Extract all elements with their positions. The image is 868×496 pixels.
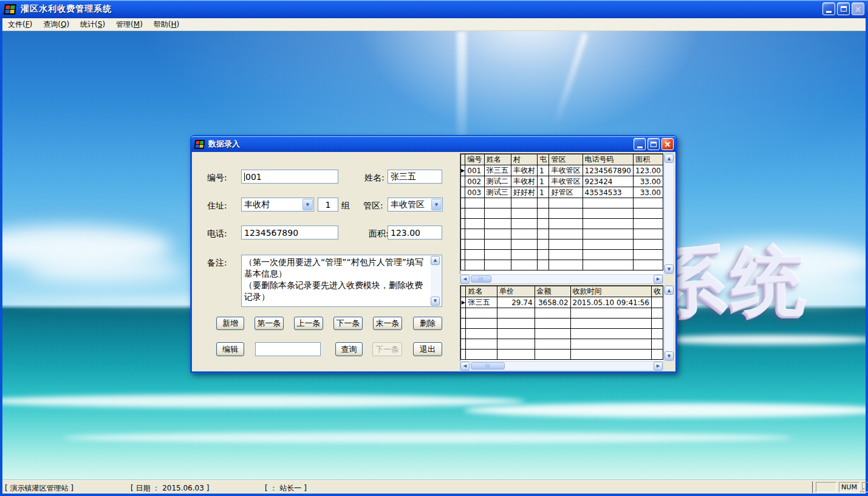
grid-row[interactable]: 003测试三好好村1好管区4353453333.00 <box>461 187 663 198</box>
query-next-button[interactable]: 下一条 <box>372 342 402 356</box>
grid-cell[interactable] <box>465 198 485 208</box>
grid-row[interactable] <box>461 219 663 229</box>
grid-cell[interactable] <box>583 250 633 260</box>
grid-cell[interactable] <box>484 260 511 270</box>
delete-button[interactable]: 删除 <box>413 317 442 330</box>
grid-cell[interactable] <box>497 339 535 350</box>
menu-query[interactable]: 查询(Q) <box>38 18 75 31</box>
grid-cell[interactable] <box>651 308 663 319</box>
grid-cell[interactable] <box>465 229 485 239</box>
phone-input[interactable]: 1234567890 <box>241 226 338 239</box>
grid-cell[interactable] <box>466 319 497 329</box>
grid-row[interactable]: ▶张三五29.743658.022015.05.10 09:41:56 <box>461 297 663 308</box>
grid-header-cell[interactable]: 单价 <box>497 286 535 297</box>
menu-manage[interactable]: 管理(M) <box>111 18 148 31</box>
grid-cell[interactable]: 丰收村 <box>511 165 538 176</box>
grid-header-cell[interactable]: 收 <box>651 286 663 297</box>
scrollbar-thumb[interactable] <box>471 275 491 283</box>
grid-header-cell[interactable]: 金额 <box>535 286 570 297</box>
grid-cell[interactable] <box>466 329 497 339</box>
grid-cell[interactable]: 1 <box>538 187 549 198</box>
grid-cell[interactable] <box>633 250 663 260</box>
grid-cell[interactable] <box>535 339 570 350</box>
scroll-up-icon[interactable]: ▲ <box>665 154 674 163</box>
new-button[interactable]: 新增 <box>216 317 244 330</box>
payments-grid-hscrollbar[interactable]: ◀ ▶ <box>460 361 663 371</box>
grid-cell[interactable]: 3658.02 <box>535 297 570 308</box>
payments-grid-vscrollbar[interactable]: ▲ ▼ <box>664 285 674 361</box>
grid-cell[interactable]: 丰收管区 <box>549 165 583 176</box>
grid-cell[interactable] <box>465 219 485 229</box>
remark-textarea[interactable]: （第一次使用要进入“管理”“村包片人管理”填写基本信息） （要删除本条记录要先进… <box>241 255 442 307</box>
grid-cell[interactable]: 测试三 <box>484 187 511 198</box>
scroll-left-icon[interactable]: ◀ <box>460 362 470 371</box>
name-input[interactable]: 张三五 <box>388 170 442 184</box>
grid-cell[interactable] <box>651 297 663 308</box>
grid-cell[interactable]: 1234567890 <box>583 165 633 176</box>
grid-cell[interactable] <box>570 350 651 360</box>
app-titlebar[interactable]: 灌区水利收费管理系统 × <box>0 0 868 18</box>
grid-cell[interactable]: 001 <box>465 165 485 176</box>
grid-cell[interactable] <box>484 229 511 239</box>
edit-button[interactable]: 编辑 <box>216 342 244 356</box>
grid-header-cell[interactable]: 收款时间 <box>570 286 651 297</box>
grid-cell[interactable]: 923424 <box>583 176 633 187</box>
grid-cell[interactable]: 张三五 <box>484 165 511 176</box>
grid-cell[interactable]: 33.00 <box>633 176 663 187</box>
search-input[interactable] <box>255 342 321 356</box>
maximize-button[interactable] <box>837 2 850 15</box>
grid-cell[interactable] <box>651 329 663 339</box>
grid-cell[interactable] <box>633 229 663 239</box>
grid-cell[interactable] <box>570 308 651 319</box>
grid-cell[interactable] <box>465 260 485 270</box>
last-button[interactable]: 末一条 <box>373 317 402 330</box>
grid-cell[interactable] <box>535 319 570 329</box>
exit-button[interactable]: 退出 <box>413 342 442 356</box>
grid-row[interactable]: ▶001张三五丰收村1丰收管区1234567890123.00 <box>461 165 663 176</box>
grid-cell[interactable] <box>583 260 633 270</box>
scroll-down-icon[interactable]: ▼ <box>665 351 674 360</box>
grid-cell[interactable] <box>484 239 511 250</box>
grid-cell[interactable] <box>535 308 570 319</box>
first-button[interactable]: 第一条 <box>255 317 284 330</box>
grid-cell[interactable] <box>538 239 549 250</box>
grid-cell[interactable] <box>511 198 538 208</box>
grid-header-cell[interactable]: 村 <box>511 154 538 165</box>
grid-cell[interactable] <box>651 319 663 329</box>
query-button[interactable]: 查询 <box>335 342 363 356</box>
address-combobox[interactable]: 丰收村 ▼ <box>241 198 314 212</box>
grid-cell[interactable] <box>484 219 511 229</box>
grid-cell[interactable] <box>549 208 583 219</box>
grid-row[interactable] <box>461 350 663 360</box>
grid-header-cell[interactable]: 管区 <box>549 154 583 165</box>
grid-cell[interactable] <box>570 319 651 329</box>
dialog-close-button[interactable]: × <box>661 138 674 150</box>
grid-cell[interactable] <box>511 229 538 239</box>
grid-cell[interactable] <box>497 319 535 329</box>
grid-cell[interactable]: 003 <box>465 187 485 198</box>
grid-row[interactable] <box>461 260 663 270</box>
grid-cell[interactable] <box>511 239 538 250</box>
grid-cell[interactable] <box>549 229 583 239</box>
grid-cell[interactable] <box>497 329 535 339</box>
grid-cell[interactable]: 张三五 <box>466 297 497 308</box>
chevron-down-icon[interactable]: ▼ <box>431 199 442 210</box>
residents-grid-vscrollbar[interactable]: ▲ ▼ <box>664 153 674 274</box>
dialog-maximize-button[interactable] <box>648 138 660 150</box>
grid-cell[interactable] <box>497 308 535 319</box>
grid-cell[interactable]: 33.00 <box>633 187 663 198</box>
grid-cell[interactable] <box>651 339 663 350</box>
close-button[interactable]: × <box>852 2 864 15</box>
grid-cell[interactable] <box>583 208 633 219</box>
scroll-down-icon[interactable]: ▼ <box>431 297 440 306</box>
grid-cell[interactable] <box>583 229 633 239</box>
residents-grid-hscrollbar[interactable]: ◀ ▶ <box>460 274 663 284</box>
grid-cell[interactable] <box>535 329 570 339</box>
resize-grip[interactable] <box>858 486 865 493</box>
next-button[interactable]: 下一条 <box>333 317 363 330</box>
grid-header-cell[interactable]: 面积 <box>633 154 663 165</box>
grid-header-cell[interactable]: 屯 <box>538 154 549 165</box>
remark-scrollbar[interactable]: ▲ ▼ <box>431 256 441 306</box>
scroll-right-icon[interactable]: ▶ <box>654 275 663 284</box>
grid-cell[interactable]: 29.74 <box>497 297 535 308</box>
